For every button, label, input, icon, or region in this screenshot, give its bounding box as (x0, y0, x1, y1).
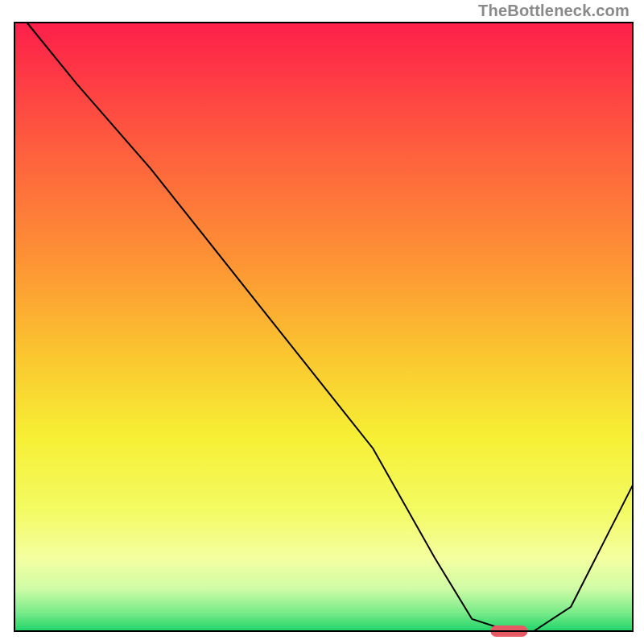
plot-area (14, 23, 633, 637)
chart-container: TheBottleneck.com (0, 0, 644, 644)
chart-svg (0, 0, 644, 644)
gradient-fill (14, 23, 633, 631)
